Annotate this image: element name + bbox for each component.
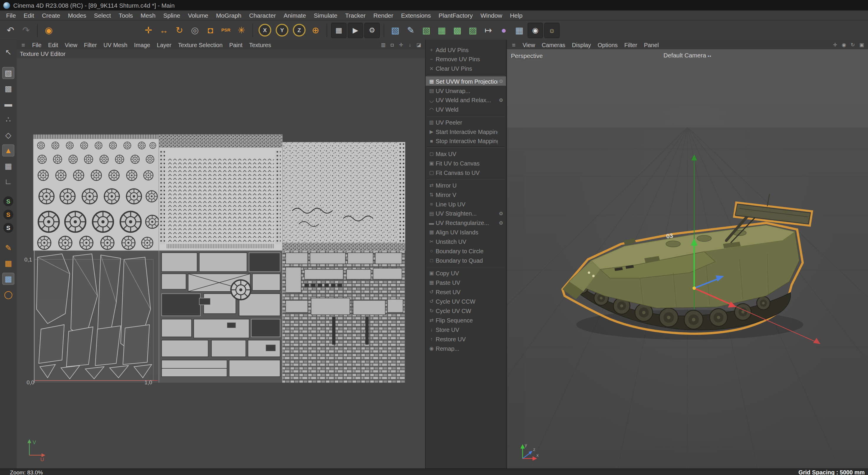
menu-item[interactable]: File — [2, 11, 20, 19]
menu-item[interactable]: Character — [245, 11, 280, 19]
uv-command-item[interactable]: ▣ Fit UV to Canvas ⚙ — [426, 158, 506, 168]
menu-item[interactable]: Volume — [184, 11, 212, 19]
redo-icon[interactable]: ↷ — [19, 23, 33, 37]
uv-command-item[interactable]: − Remove UV Pins ⚙ — [426, 54, 506, 64]
menu-item[interactable]: Window — [476, 11, 506, 19]
menu-item[interactable]: Mesh — [137, 11, 159, 19]
uv-command-item[interactable]: ✕ Clear UV Pins ⚙ — [426, 64, 506, 73]
uv-command-item[interactable]: ↑ Restore UV ⚙ — [426, 334, 506, 343]
uv-command-item[interactable]: ↺ Cycle UV CCW ⚙ — [426, 297, 506, 306]
star-burst-icon[interactable]: ✳ — [234, 23, 248, 37]
menu-item[interactable]: Filter — [81, 41, 100, 48]
uv-command-item[interactable]: ⇄ Mirror U ⚙ — [426, 180, 506, 190]
move-tool-icon[interactable]: ✛ — [141, 23, 156, 37]
menu-item[interactable]: Render — [370, 11, 397, 19]
pan-view-icon[interactable]: ✛ — [832, 41, 839, 48]
uv-command-item[interactable]: ◠ UV Weld ⚙ — [426, 105, 506, 114]
padlock-icon[interactable]: ◘ — [389, 41, 396, 48]
snap-enable-icon[interactable]: S — [3, 196, 13, 206]
axis-ring-icon[interactable]: ◯ — [2, 288, 14, 300]
gear-icon[interactable]: ⚙ — [497, 78, 504, 84]
uv-command-item[interactable]: ▢ Fit Canvas to UV ⚙ — [426, 168, 506, 177]
workplane-lock-icon[interactable]: ∟ — [2, 175, 14, 187]
menu-item[interactable]: Select — [90, 11, 115, 19]
rotate-tool-icon[interactable]: ↻ — [172, 23, 187, 37]
uv-command-item[interactable]: □ Boundary to Quad ⚙ — [426, 256, 506, 265]
menu-item[interactable]: View — [519, 41, 538, 48]
menu-item[interactable]: Extensions — [397, 11, 435, 19]
menu-item[interactable]: Tools — [115, 11, 137, 19]
menu-item[interactable]: MoGraph — [212, 11, 245, 19]
menu-item[interactable]: Animate — [280, 11, 310, 19]
uv-command-item[interactable]: ▣ Copy UV ⚙ — [426, 268, 506, 278]
menu-item[interactable]: Create — [38, 11, 64, 19]
dolly-view-icon[interactable]: ◉ — [840, 41, 847, 48]
texture-axis-mode-icon[interactable]: ▦ — [2, 160, 14, 172]
histogram-icon[interactable]: ▥ — [380, 41, 387, 48]
spline-pen-icon[interactable]: ✎ — [403, 23, 418, 37]
toolbar-icon[interactable] — [37, 24, 38, 37]
menu-item[interactable]: Layer — [154, 41, 175, 48]
edges-mode-icon[interactable]: ◇ — [2, 129, 14, 141]
volume-mesher-icon[interactable]: ▨ — [466, 23, 480, 37]
hamburger-icon[interactable]: ≡ — [19, 41, 28, 48]
menu-item[interactable]: Image — [130, 41, 153, 48]
uv-canvas[interactable]: 0,1 0,0 1,0 V U — [17, 58, 425, 469]
primitive-cube-icon[interactable]: ▧ — [388, 23, 403, 37]
render-view-icon[interactable]: ▦ — [331, 22, 347, 38]
menu-item[interactable]: UV Mesh — [100, 41, 131, 48]
render-settings-icon[interactable]: ⚙ — [364, 22, 380, 38]
volume-builder-icon[interactable]: ▩ — [450, 23, 465, 37]
uv-command-item[interactable]: ■ Stop Interactive Mapping ⚙ — [426, 136, 506, 145]
toolbar-icon[interactable] — [327, 24, 327, 37]
psr-keys-icon[interactable]: PSR — [219, 23, 233, 37]
deformer-icon[interactable]: ● — [497, 23, 511, 37]
texture-mode-icon[interactable]: ▩ — [2, 82, 14, 95]
menu-item[interactable]: Simulate — [310, 11, 341, 19]
workplane-mode-icon[interactable]: ▬ — [2, 98, 14, 110]
live-selection-icon[interactable]: ◉ — [41, 23, 56, 37]
maximize-view-icon[interactable]: ▣ — [858, 41, 865, 48]
menu-item[interactable]: Help — [506, 11, 526, 19]
menu-item[interactable]: Tracker — [341, 11, 370, 19]
menu-item[interactable]: Edit — [45, 41, 62, 48]
uv-command-item[interactable]: ↻ Cycle UV CW ⚙ — [426, 306, 506, 315]
workplane-snap-icon[interactable]: S — [3, 223, 13, 233]
gear-icon[interactable]: ⚙ — [497, 210, 504, 216]
menu-item[interactable]: Filter — [621, 41, 641, 48]
uv-command-item[interactable]: ◉ Remap... ⚙ — [426, 343, 506, 353]
uv-command-item[interactable]: ◻ Max UV ⚙ — [426, 149, 506, 158]
menu-item[interactable]: Cameras — [538, 41, 569, 48]
menu-item[interactable]: Panel — [641, 41, 662, 48]
undo-icon[interactable]: ↶ — [3, 23, 18, 37]
menu-item[interactable]: File — [29, 41, 45, 48]
viewport-canvas[interactable]: 03 Perspective — [507, 49, 868, 469]
y-axis-lock-icon[interactable]: Y — [276, 24, 288, 36]
uv-command-item[interactable]: ⇅ Mirror V ⚙ — [426, 190, 506, 199]
camera-icon[interactable]: ◉ — [528, 22, 543, 38]
uv-command-item[interactable]: ▤ UV Unwrap... ⚙ — [426, 86, 506, 95]
uv-command-item[interactable]: ✂ Unstitch UV ⚙ — [426, 237, 506, 246]
menu-item[interactable]: Options — [594, 41, 621, 48]
make-editable-icon[interactable]: ↖ — [2, 46, 14, 58]
viewport-camera-label[interactable]: Default Camera▪▪ — [507, 52, 868, 59]
tool-icon[interactable] — [2, 60, 14, 65]
menu-item[interactable]: Paint — [226, 41, 246, 48]
scale-tool-icon[interactable]: ↔ — [157, 23, 171, 37]
toolbar-icon[interactable] — [57, 23, 140, 37]
uv-command-item[interactable]: ▬ UV Rectangularize... ⚙ — [426, 218, 506, 227]
paint-brush-icon[interactable]: ✎ — [2, 242, 14, 254]
mograph-matrix-icon[interactable]: ▦ — [434, 23, 449, 37]
render-picture-viewer-icon[interactable]: ▶ — [348, 22, 364, 38]
float-panel-icon[interactable]: ◪ — [415, 41, 422, 48]
uv-command-item[interactable]: ↓ Store UV ⚙ — [426, 325, 506, 334]
menu-item[interactable]: Texture Selection — [175, 41, 226, 48]
uv-command-item[interactable]: ○ Boundary to Circle ⚙ — [426, 246, 506, 256]
menu-item[interactable]: Edit — [20, 11, 38, 19]
uv-command-item[interactable]: ▦ Paste UV ⚙ — [426, 278, 506, 287]
coord-system-icon[interactable]: ⊕ — [308, 23, 323, 37]
menu-item[interactable]: Display — [568, 41, 594, 48]
tool-icon[interactable] — [2, 234, 14, 240]
uv-command-item[interactable]: ▦ Align UV Islands ⚙ — [426, 227, 506, 237]
toolbar-icon[interactable] — [252, 24, 253, 37]
